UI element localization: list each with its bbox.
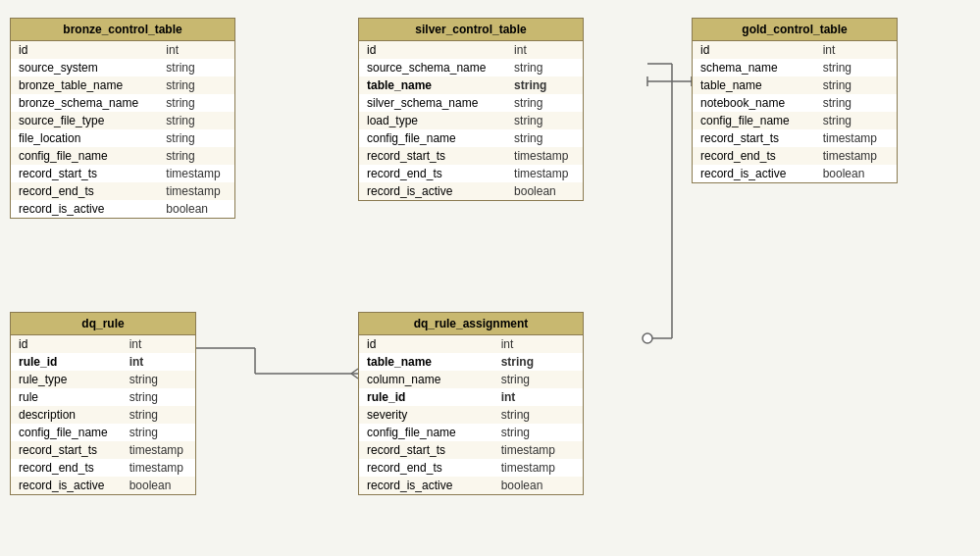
cell-name: rule	[11, 388, 122, 406]
table-row: table_name string	[359, 76, 583, 94]
table-row: id int	[359, 41, 583, 59]
table-row: file_location string	[11, 129, 234, 147]
bronze-control-table-header: bronze_control_table	[11, 19, 234, 41]
cell-type: string	[158, 59, 234, 76]
cell-name: rule_id	[359, 388, 493, 406]
cell-name: record_start_ts	[693, 129, 815, 147]
cell-type: string	[493, 371, 583, 388]
cell-name: record_is_active	[359, 477, 493, 494]
cell-type: int	[493, 335, 583, 353]
cell-name: schema_name	[693, 59, 815, 76]
table-row: config_file_name string	[693, 112, 897, 129]
cell-type: boolean	[122, 477, 195, 494]
cell-type: timestamp	[815, 129, 897, 147]
cell-name: file_location	[11, 129, 158, 147]
cell-name: silver_schema_name	[359, 94, 506, 112]
cell-name: bronze_schema_name	[11, 94, 158, 112]
dq-rule-assignment-table-body: id int table_name string column_name str…	[359, 335, 583, 494]
table-row: record_is_active boolean	[359, 182, 583, 200]
cell-name: load_type	[359, 112, 506, 129]
cell-type: string	[122, 388, 195, 406]
cell-type: string	[506, 112, 583, 129]
cell-name: record_start_ts	[359, 441, 493, 459]
gold-control-table: gold_control_table id int schema_name st…	[692, 18, 898, 183]
cell-name: record_start_ts	[359, 147, 506, 165]
table-row: record_start_ts timestamp	[359, 441, 583, 459]
cell-name: source_system	[11, 59, 158, 76]
cell-type: timestamp	[506, 165, 583, 182]
cell-type: string	[493, 353, 583, 371]
cell-type: int	[506, 41, 583, 59]
cell-name: bronze_table_name	[11, 76, 158, 94]
cell-type: boolean	[815, 165, 897, 182]
table-row: config_file_name string	[359, 129, 583, 147]
diagram-container: bronze_control_table id int source_syste…	[0, 0, 980, 556]
cell-type: string	[122, 406, 195, 424]
cell-type: string	[506, 129, 583, 147]
dq-rule-table-header: dq_rule	[11, 313, 195, 335]
bronze-control-table: bronze_control_table id int source_syste…	[10, 18, 235, 219]
table-row: record_end_ts timestamp	[693, 147, 897, 165]
cell-name: record_end_ts	[359, 165, 506, 182]
table-row: config_file_name string	[359, 424, 583, 441]
table-row: rule_id int	[359, 388, 583, 406]
cell-type: timestamp	[815, 147, 897, 165]
cell-type: boolean	[158, 200, 234, 218]
cell-type: string	[506, 76, 583, 94]
cell-type: timestamp	[158, 165, 234, 182]
cell-type: boolean	[493, 477, 583, 494]
cell-name: record_is_active	[359, 182, 506, 200]
cell-type: string	[493, 406, 583, 424]
table-row: config_file_name string	[11, 147, 234, 165]
table-row: record_start_ts timestamp	[11, 441, 195, 459]
cell-name: id	[11, 335, 122, 353]
table-row: description string	[11, 406, 195, 424]
table-row: id int	[359, 335, 583, 353]
table-row: source_system string	[11, 59, 234, 76]
dq-rule-table-body: id int rule_id int rule_type string rule…	[11, 335, 195, 494]
cell-name: id	[11, 41, 158, 59]
table-row: rule_id int	[11, 353, 195, 371]
cell-name: id	[693, 41, 815, 59]
cell-name: severity	[359, 406, 493, 424]
cell-type: timestamp	[493, 459, 583, 477]
gold-control-table-body: id int schema_name string table_name str…	[693, 41, 897, 182]
table-row: bronze_schema_name string	[11, 94, 234, 112]
table-row: severity string	[359, 406, 583, 424]
cell-name: table_name	[693, 76, 815, 94]
table-row: record_end_ts timestamp	[11, 459, 195, 477]
cell-name: id	[359, 41, 506, 59]
cell-type: boolean	[506, 182, 583, 200]
cell-name: table_name	[359, 76, 506, 94]
cell-type: timestamp	[122, 441, 195, 459]
cell-name: config_file_name	[359, 424, 493, 441]
cell-name: source_schema_name	[359, 59, 506, 76]
cell-name: config_file_name	[693, 112, 815, 129]
gold-control-table-header: gold_control_table	[693, 19, 897, 41]
cell-name: config_file_name	[11, 147, 158, 165]
silver-control-table-body: id int source_schema_name string table_n…	[359, 41, 583, 200]
bronze-control-table-body: id int source_system string bronze_table…	[11, 41, 234, 218]
table-row: record_end_ts timestamp	[359, 459, 583, 477]
cell-name: record_end_ts	[359, 459, 493, 477]
cell-type: timestamp	[158, 182, 234, 200]
table-row: source_schema_name string	[359, 59, 583, 76]
cell-name: id	[359, 335, 493, 353]
cell-type: string	[815, 76, 897, 94]
cell-name: column_name	[359, 371, 493, 388]
cell-name: rule_id	[11, 353, 122, 371]
table-row: schema_name string	[693, 59, 897, 76]
cell-type: string	[493, 424, 583, 441]
table-row: bronze_table_name string	[11, 76, 234, 94]
table-row: table_name string	[359, 353, 583, 371]
cell-type: string	[815, 112, 897, 129]
table-row: record_is_active boolean	[693, 165, 897, 182]
table-row: table_name string	[693, 76, 897, 94]
cell-name: description	[11, 406, 122, 424]
svg-point-12	[643, 333, 652, 343]
cell-type: string	[815, 94, 897, 112]
table-row: record_is_active boolean	[359, 477, 583, 494]
table-row: id int	[11, 41, 234, 59]
table-row: record_start_ts timestamp	[11, 165, 234, 182]
table-row: silver_schema_name string	[359, 94, 583, 112]
